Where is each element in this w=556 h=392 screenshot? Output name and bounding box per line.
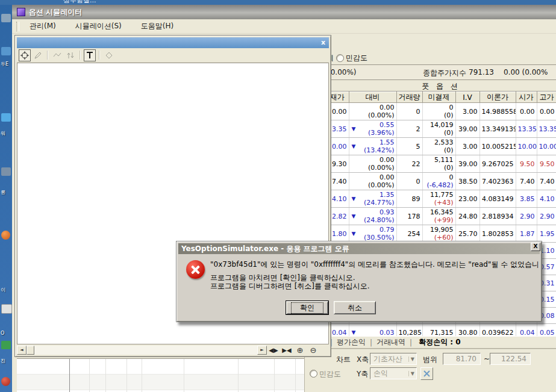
sensitivity-radio[interactable]	[336, 54, 344, 62]
error-dialog-titlebar[interactable]: YesOptionSimulator.exe - 응용 프로그램 오류	[178, 243, 540, 254]
scroll-left-button[interactable]: ◄	[17, 346, 27, 355]
menu-manage[interactable]: 관리(M)	[25, 19, 61, 33]
close-icon[interactable]: X	[531, 243, 540, 251]
app-title: 옵션 시뮬레이터	[29, 7, 82, 17]
cell-change: ▼0.93(24.80%)	[349, 208, 396, 225]
table-row[interactable]: 1.80▼0.79(30.50%)25419,905(+60)25.701.80…	[326, 225, 556, 243]
cell-theoretical: 7.402363	[479, 173, 516, 190]
sensitivity-radio-2[interactable]	[310, 370, 317, 378]
desktop-icon[interactable]	[1, 377, 10, 386]
cell-open: 9.50	[516, 155, 537, 173]
desktop-icon-label: 워	[1, 130, 5, 137]
zigzag-icon[interactable]	[51, 49, 63, 61]
xaxis-select[interactable]: 기초자산 ▼	[370, 353, 417, 365]
tab-separator: |	[370, 338, 372, 347]
eraser-icon[interactable]	[103, 49, 115, 61]
zoom-out-icon[interactable]: ⊖	[307, 346, 320, 355]
cell-high: 1.95	[537, 225, 556, 243]
horizontal-scrollbar: ◄ ► ◀▶ ▶◀ ⊕ ⊖	[17, 345, 329, 355]
cell-open-interest: 0(0)	[422, 103, 455, 120]
target-icon[interactable]	[19, 49, 31, 61]
col-open-interest[interactable]: 미결제	[422, 92, 455, 103]
cell-change: 0.00(0.00%)	[349, 155, 396, 173]
cell-open-interest: 16,345(+99)	[422, 208, 455, 225]
cell-open-interest: 0(-6,482)	[422, 173, 455, 190]
cell-high: 10.00	[537, 138, 556, 155]
cell-theoretical: 9.267025	[479, 155, 516, 173]
yaxis-label: Y축	[357, 369, 368, 379]
desktop-icon[interactable]	[1, 14, 11, 22]
table-row[interactable]: 3.35▼0.55(3.96%)214,019(0)39.0013.349139…	[326, 120, 556, 138]
cell-open: 0.00	[516, 103, 537, 120]
desktop-icon[interactable]	[1, 304, 12, 314]
cell-volume: 2	[396, 120, 422, 138]
sensitivity-radio-label: 민감도	[346, 53, 367, 63]
chart-window-titlebar[interactable]: x	[17, 37, 329, 48]
table-row[interactable]: 0.04▼0.0310,28571,31530.800.0396220.040.…	[326, 324, 556, 337]
scrollbar-thumb[interactable]	[27, 346, 34, 355]
col-high[interactable]: 고가	[537, 92, 556, 103]
menu-grip-handle[interactable]	[16, 22, 19, 31]
cell-iv: 39.00	[455, 155, 479, 173]
toolbar-separator	[47, 51, 48, 60]
col-volume[interactable]: 거래량	[396, 92, 422, 103]
table-row[interactable]: 2.82▼0.93(24.80%)17816,345(+99)24.802.81…	[326, 208, 556, 225]
cell-open: 0.04	[516, 324, 537, 337]
ok-button[interactable]: 확인	[286, 300, 329, 315]
cell-volume: 254	[396, 225, 422, 243]
pencil-icon[interactable]	[32, 49, 44, 61]
cell-theoretical: 0.039622	[479, 324, 516, 337]
background-window-titlebar[interactable]: 삼수함질...	[0, 0, 556, 5]
menu-simulation[interactable]: 시뮬레이션(S)	[70, 19, 127, 33]
table-row[interactable]: 7.400.00(0.00%)00(-6,482)38.507.4023637.…	[326, 173, 556, 190]
tab-valuation-pl[interactable]: 평가손익	[337, 337, 366, 347]
menu-bar: 관리(M) 시뮬레이션(S) 도움말(H)	[12, 19, 556, 34]
cell-iv: 38.50	[455, 173, 479, 190]
desktop-icon-label: 진	[1, 358, 5, 364]
desktop-icon[interactable]	[1, 341, 11, 349]
chevron-down-icon: ▼	[408, 371, 414, 376]
chart-settings-button[interactable]	[420, 367, 433, 380]
table-row[interactable]: 0.000.00(0.00%)00(0)3.0014.9885580.000.0…	[326, 103, 556, 120]
range-to-input[interactable]: 122.54	[490, 353, 531, 365]
tab-separator: |	[410, 338, 412, 347]
desktop-icon[interactable]	[1, 167, 11, 176]
menu-help[interactable]: 도움말(H)	[136, 19, 178, 33]
range-label: 범위	[423, 355, 437, 365]
desktop-icon[interactable]	[1, 113, 11, 122]
scroll-right-button[interactable]: ►	[257, 346, 267, 355]
cell-high: 13.35	[537, 120, 556, 138]
cell-theoretical: 2.818934	[479, 208, 516, 225]
cell-volume: 178	[396, 208, 422, 225]
col-iv[interactable]: I.V	[455, 92, 479, 103]
zoom-in-icon[interactable]: ⊕	[293, 346, 307, 355]
range-from-input[interactable]: 81.70	[443, 353, 481, 365]
app-titlebar: 옵션 시뮬레이터	[12, 5, 556, 19]
desktop-icon-label: 두E	[1, 61, 8, 67]
updown-arrows-icon[interactable]	[64, 49, 77, 61]
yaxis-select[interactable]: 손익 ▼	[370, 367, 417, 379]
desktop-icon[interactable]	[1, 231, 10, 240]
col-open[interactable]: 시가	[516, 92, 537, 103]
desktop-icon[interactable]	[1, 47, 11, 55]
error-message-line3: 프로그램을 디버그하려면 [취소]를 클릭하십시오.	[210, 282, 370, 290]
cell-high: 4.10	[537, 190, 556, 208]
cell-change: ▼0.79(30.50%)	[349, 225, 396, 243]
col-change[interactable]: 대비	[349, 92, 396, 103]
text-tool-icon[interactable]	[84, 49, 96, 61]
cell-change: 0.00(0.00%)	[349, 103, 396, 120]
col-theoretical[interactable]: 이론가	[479, 92, 516, 103]
tools-icon	[423, 370, 430, 377]
nav-pair-in-button[interactable]: ▶◀	[280, 346, 293, 355]
scrollbar-track[interactable]	[34, 346, 257, 355]
table-row[interactable]: 9.300.00(0.00%)225,111(0)39.009.2670259.…	[326, 155, 556, 173]
tab-trade-history[interactable]: 거래내역	[376, 337, 405, 347]
nav-pair-out-button[interactable]: ◀▶	[267, 346, 280, 355]
table-row[interactable]: 0.00▼1.55(13.42%)52,533(0)3.0010.0052151…	[326, 138, 556, 155]
cancel-button[interactable]: 취소	[334, 301, 376, 314]
close-icon[interactable]: x	[321, 39, 325, 46]
cell-iv: 23.00	[455, 190, 479, 208]
cell-open-interest: 71,315	[422, 324, 455, 337]
table-row[interactable]: 4.10▼1.35(24.77%)8911,775(+43)23.004.083…	[326, 190, 556, 208]
cell-open-interest: 11,775(+43)	[422, 190, 455, 208]
